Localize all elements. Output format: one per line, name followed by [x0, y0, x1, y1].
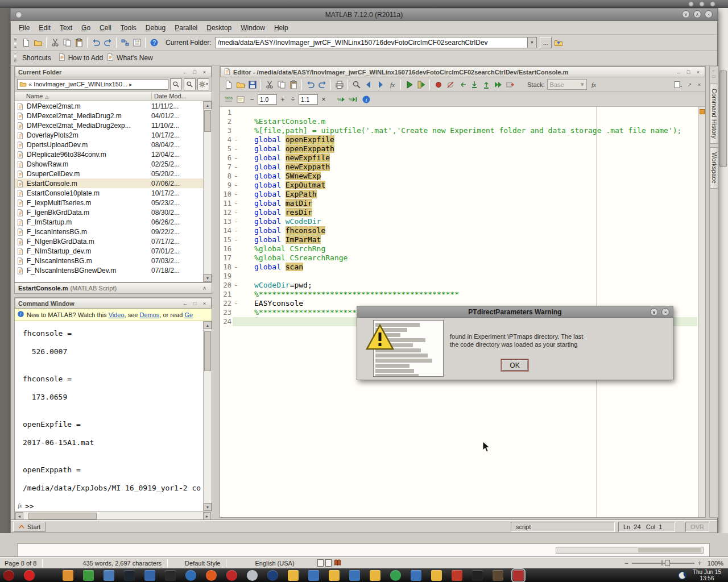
- step-in-icon[interactable]: [468, 78, 480, 90]
- multi-page-view-icon[interactable]: [325, 559, 332, 567]
- maximize-icon[interactable]: [191, 68, 198, 76]
- dock-mini-icon[interactable]: □: [713, 74, 715, 80]
- actions-gear-button[interactable]: [197, 78, 209, 90]
- zoom-out-icon[interactable]: −: [624, 559, 628, 567]
- redo-icon[interactable]: [316, 78, 328, 90]
- taskbar-icon[interactable]: [349, 570, 360, 581]
- breadcrumb[interactable]: InovImager_jwrCF_WINLinx150...: [17, 79, 168, 90]
- run-section-icon[interactable]: [415, 78, 427, 90]
- decrease-button[interactable]: [247, 94, 257, 105]
- command-window-header[interactable]: Command Window: [15, 298, 212, 309]
- zoom-in-icon[interactable]: +: [698, 559, 702, 567]
- file-row[interactable]: F_NIgenBkGrdData.m07/17/2...: [15, 236, 203, 246]
- maximize-button[interactable]: [693, 10, 701, 18]
- file-row[interactable]: DshowRaw.m02/25/2...: [15, 159, 203, 169]
- up-folder-icon[interactable]: [553, 36, 565, 48]
- chevron-down-icon[interactable]: [527, 38, 536, 48]
- zoom-slider-thumb[interactable]: [665, 560, 670, 566]
- file-row[interactable]: F_IexpMultiTseries.m05/23/2...: [15, 198, 203, 207]
- matlab-titlebar[interactable]: MATLAB 7.12.0 (R2011a): [11, 9, 717, 21]
- scrollbar-thumb[interactable]: [204, 331, 211, 371]
- file-row[interactable]: DMPexcel2mat.m11/11/2...: [15, 101, 203, 111]
- save-icon[interactable]: [246, 78, 258, 90]
- dock-icon[interactable]: [181, 300, 189, 307]
- message-indicator-bar[interactable]: [698, 107, 705, 517]
- taskbar-icon[interactable]: [124, 570, 135, 581]
- open-folder-icon[interactable]: [234, 78, 246, 90]
- scroll-left-icon[interactable]: ◄: [15, 512, 23, 520]
- paste-icon[interactable]: [287, 78, 299, 90]
- code-line[interactable]: 12-global resDir: [220, 208, 697, 217]
- insert-function-icon[interactable]: fx: [386, 78, 398, 90]
- insert-text-cell-icon[interactable]: [234, 93, 246, 105]
- new-file-icon[interactable]: [20, 36, 32, 48]
- code-line[interactable]: 9-global ExpOutmat: [220, 181, 697, 190]
- run-icon[interactable]: [403, 78, 415, 90]
- taskbar-icon[interactable]: [431, 570, 442, 581]
- copy-icon[interactable]: [275, 78, 287, 90]
- menu-cell[interactable]: Cell: [95, 23, 116, 33]
- zoom-slider[interactable]: [632, 559, 694, 567]
- taskbar-icon[interactable]: [185, 570, 196, 581]
- shade-button[interactable]: [682, 10, 690, 18]
- bg-maximize-icon[interactable]: [699, 1, 705, 7]
- background-vertical-scrollbar[interactable]: [718, 8, 728, 533]
- dock-tab-command-history[interactable]: Command History: [710, 84, 718, 144]
- shortcut-whats-new[interactable]: What's New: [106, 53, 153, 63]
- taskbar-icon[interactable]: [247, 570, 258, 581]
- code-line[interactable]: 14-global fhconsole: [220, 226, 697, 235]
- banner-link[interactable]: Ge: [184, 311, 193, 318]
- split-screen-layout-icon[interactable]: [672, 78, 684, 90]
- maximize-icon[interactable]: [685, 68, 692, 76]
- taskbar-icon[interactable]: [226, 570, 237, 581]
- find-files-button[interactable]: [184, 78, 196, 90]
- close-icon[interactable]: [201, 68, 208, 76]
- close-button[interactable]: [661, 308, 669, 316]
- taskbar-icon[interactable]: [370, 570, 380, 581]
- code-line[interactable]: 18-global scan: [220, 263, 697, 272]
- taskbar-icon[interactable]: [329, 570, 340, 581]
- stack-combo[interactable]: Base: [547, 79, 587, 90]
- code-line[interactable]: 19: [220, 272, 697, 281]
- scrollbar-thumb[interactable]: [719, 70, 727, 167]
- taskbar-icon[interactable]: [3, 570, 14, 581]
- search-button[interactable]: [170, 78, 182, 90]
- step-out-icon[interactable]: [480, 78, 492, 90]
- menu-file[interactable]: File: [14, 23, 34, 33]
- dialog-titlebar[interactable]: PTdirectParameters Warning: [357, 306, 673, 318]
- menu-window[interactable]: Window: [236, 23, 270, 33]
- breakpoint-clear-icon[interactable]: [444, 78, 456, 90]
- open-folder-icon[interactable]: [32, 36, 44, 48]
- command-window-scrollbar[interactable]: ▲ ▼: [203, 321, 212, 511]
- undock-icon[interactable]: [686, 81, 693, 88]
- taskbar-icon[interactable]: [63, 570, 73, 581]
- chevron-right-icon[interactable]: [129, 81, 132, 88]
- find-icon[interactable]: [350, 78, 362, 90]
- redo-icon[interactable]: [102, 36, 114, 48]
- cut-icon[interactable]: [49, 36, 61, 48]
- scrollbar-thumb[interactable]: [204, 110, 211, 132]
- taskbar-icon[interactable]: [288, 570, 299, 581]
- toolbar-grip[interactable]: [14, 38, 16, 48]
- fx-icon[interactable]: fx: [16, 501, 25, 511]
- bg-close-icon[interactable]: [710, 1, 715, 7]
- code-line[interactable]: 20-wCodeDir=pwd;: [220, 281, 697, 290]
- scroll-right-icon[interactable]: ►: [203, 512, 211, 520]
- taskbar-icon[interactable]: [390, 570, 401, 581]
- info-icon[interactable]: i: [360, 93, 372, 105]
- page-style[interactable]: Default Style: [185, 560, 220, 567]
- copy-icon[interactable]: [61, 36, 73, 48]
- dock-tab-workspace[interactable]: Workspace: [710, 147, 718, 189]
- code-line[interactable]: 15-global ImParMat: [220, 235, 697, 244]
- banner-link[interactable]: Video: [109, 311, 125, 318]
- close-icon[interactable]: [201, 300, 208, 307]
- file-row[interactable]: DReplicate96to384conv.m12/04/2...: [15, 149, 203, 159]
- insert-section-break-icon[interactable]: %%: [222, 93, 234, 105]
- taskbar-icon[interactable]: [267, 570, 278, 581]
- scroll-up-icon[interactable]: ▲: [204, 101, 212, 109]
- cell-value-1-input[interactable]: [258, 94, 277, 105]
- start-button[interactable]: Start: [13, 522, 46, 532]
- current-folder-input[interactable]: [216, 39, 527, 47]
- zoom-percent[interactable]: 100%: [708, 560, 723, 567]
- banner-link[interactable]: Demos: [140, 311, 160, 318]
